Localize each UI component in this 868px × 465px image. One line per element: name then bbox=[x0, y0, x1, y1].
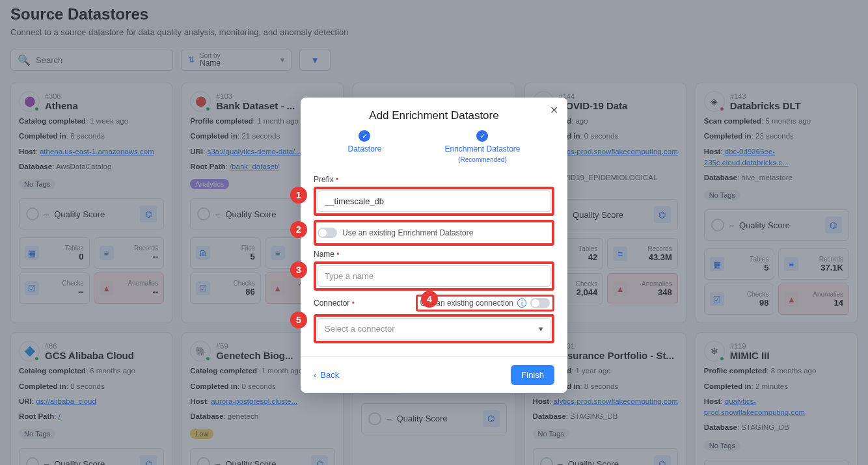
chevron-down-icon: ▾ bbox=[539, 324, 543, 334]
use-existing-ds-toggle-row[interactable]: Use an existing Enrichment Datastore bbox=[318, 224, 550, 242]
connector-select[interactable]: Select a connector ▾ bbox=[318, 318, 550, 339]
prefix-input[interactable] bbox=[318, 191, 550, 212]
toggle-off-icon[interactable] bbox=[530, 298, 550, 308]
prefix-label: Prefix • bbox=[314, 175, 554, 184]
close-icon: ✕ bbox=[550, 105, 558, 116]
callout-1: 1 bbox=[290, 187, 307, 204]
name-label: Name • bbox=[314, 250, 554, 259]
finish-button[interactable]: Finish bbox=[511, 365, 554, 385]
modal-title: Add Enrichment Datastore bbox=[301, 98, 567, 130]
toggle-off-icon[interactable] bbox=[318, 228, 337, 238]
connector-label: Connector • bbox=[314, 299, 355, 308]
chevron-left-icon: ‹ bbox=[314, 370, 316, 380]
callout-3: 3 bbox=[290, 261, 307, 278]
close-button[interactable]: ✕ bbox=[550, 104, 558, 116]
check-icon: ✓ bbox=[359, 130, 370, 142]
callout-2: 2 bbox=[290, 221, 307, 238]
back-button[interactable]: ‹ Back bbox=[314, 370, 339, 380]
callout-4: 4 bbox=[421, 291, 438, 308]
add-enrichment-modal: ✕ Add Enrichment Datastore ✓ Datastore ✓… bbox=[301, 98, 567, 393]
check-icon: ✓ bbox=[476, 130, 488, 142]
step-enrichment[interactable]: ✓ Enrichment Datastore (Recommended) bbox=[444, 130, 520, 163]
step-datastore[interactable]: ✓ Datastore bbox=[347, 130, 381, 163]
name-input[interactable] bbox=[318, 265, 550, 287]
info-icon: i bbox=[517, 299, 526, 308]
modal-overlay: ✕ Add Enrichment Datastore ✓ Datastore ✓… bbox=[0, 0, 868, 465]
callout-5: 5 bbox=[290, 312, 307, 328]
